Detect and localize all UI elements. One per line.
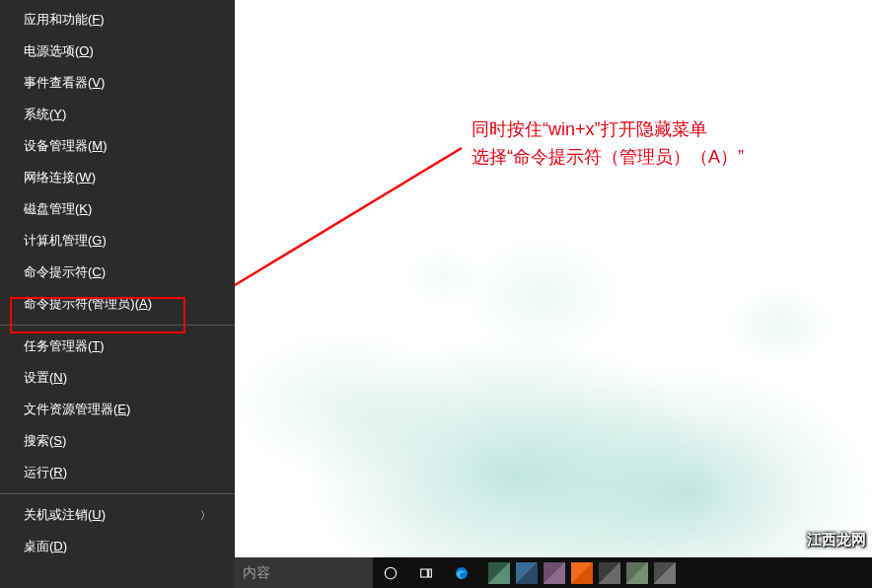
svg-rect-4 (429, 569, 432, 577)
annotation-line-2: 选择“命令提示符（管理员）（A）” (472, 143, 744, 171)
menu-item-label: 网络连接(W) (24, 169, 96, 186)
app-tile-5[interactable] (599, 562, 620, 584)
menu-item-device-manager[interactable]: 设备管理器(M) (0, 130, 235, 162)
menu-item-apps-features[interactable]: 应用和功能(F) (0, 4, 235, 36)
menu-item-shutdown-signout[interactable]: 关机或注销(U) 〉 (0, 499, 235, 531)
menu-item-search[interactable]: 搜索(S) (0, 425, 235, 457)
menu-item-label: 电源选项(O) (24, 42, 94, 60)
search-input[interactable]: 内容 (235, 557, 373, 588)
menu-item-label: 搜索(S) (24, 432, 66, 450)
menu-item-label: 文件资源管理器(E) (24, 401, 130, 418)
taskbar: 内容 (235, 557, 872, 588)
menu-separator (0, 493, 235, 494)
menu-item-label: 桌面(D) (24, 538, 67, 555)
app-tile-6[interactable] (626, 562, 648, 584)
menu-item-disk-management[interactable]: 磁盘管理(K) (0, 193, 235, 225)
app-tile-3[interactable] (544, 562, 565, 584)
menu-item-label: 系统(Y) (24, 106, 66, 123)
menu-item-computer-management[interactable]: 计算机管理(G) (0, 225, 235, 257)
app-tile-4[interactable] (571, 562, 593, 584)
app-tile-1[interactable] (488, 562, 510, 584)
menu-item-run[interactable]: 运行(R) (0, 457, 235, 488)
menu-item-label: 运行(R) (24, 464, 67, 481)
menu-item-label: 命令提示符(管理员)(A) (24, 295, 152, 313)
menu-item-label: 关机或注销(U) (24, 506, 106, 524)
menu-item-power-options[interactable]: 电源选项(O) (0, 36, 235, 67)
svg-rect-3 (421, 569, 428, 577)
menu-item-settings[interactable]: 设置(N) (0, 362, 235, 394)
menu-item-network-connections[interactable]: 网络连接(W) (0, 162, 235, 193)
menu-item-label: 任务管理器(T) (24, 337, 105, 355)
svg-point-2 (385, 567, 396, 578)
menu-item-label: 计算机管理(G) (24, 232, 107, 250)
menu-item-label: 设备管理器(M) (24, 137, 108, 155)
chevron-right-icon: 〉 (200, 508, 211, 523)
menu-item-label: 磁盘管理(K) (24, 200, 92, 218)
menu-item-label: 设置(N) (24, 369, 67, 387)
app-tile-7[interactable] (654, 562, 676, 584)
cortana-icon[interactable] (373, 557, 408, 588)
taskbar-app-tiles (485, 562, 679, 584)
menu-section-3: 关机或注销(U) 〉 桌面(D) (0, 499, 235, 562)
menu-item-label: 命令提示符(C) (24, 263, 106, 281)
menu-item-system[interactable]: 系统(Y) (0, 99, 235, 130)
menu-item-label: 事件查看器(V) (24, 74, 105, 92)
menu-item-command-prompt-admin[interactable]: 命令提示符(管理员)(A) (0, 288, 235, 320)
menu-item-desktop[interactable]: 桌面(D) (0, 531, 235, 562)
menu-item-file-explorer[interactable]: 文件资源管理器(E) (0, 394, 235, 425)
annotation-text: 同时按住“win+x”打开隐藏菜单 选择“命令提示符（管理员）（A）” (472, 115, 744, 171)
search-placeholder-text: 内容 (243, 564, 270, 582)
menu-item-command-prompt[interactable]: 命令提示符(C) (0, 257, 235, 288)
app-tile-2[interactable] (516, 562, 538, 584)
menu-item-event-viewer[interactable]: 事件查看器(V) (0, 67, 235, 99)
menu-section-2: 任务管理器(T) 设置(N) 文件资源管理器(E) 搜索(S) 运行(R) (0, 331, 235, 488)
menu-section-1: 应用和功能(F) 电源选项(O) 事件查看器(V) 系统(Y) 设备管理器(M)… (0, 0, 235, 320)
menu-separator (0, 325, 235, 326)
annotation-line-1: 同时按住“win+x”打开隐藏菜单 (472, 115, 744, 143)
winx-context-menu: 应用和功能(F) 电源选项(O) 事件查看器(V) 系统(Y) 设备管理器(M)… (0, 0, 235, 588)
task-view-icon[interactable] (408, 557, 444, 588)
menu-item-task-manager[interactable]: 任务管理器(T) (0, 331, 235, 362)
menu-item-label: 应用和功能(F) (24, 11, 105, 29)
edge-browser-icon[interactable] (444, 557, 479, 588)
watermark: 江西龙网 (805, 530, 868, 551)
